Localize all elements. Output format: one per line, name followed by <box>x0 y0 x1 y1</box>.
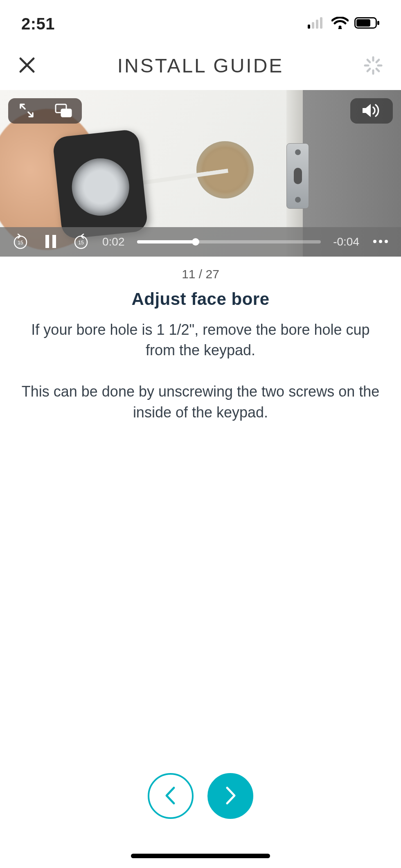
chevron-right-icon <box>222 785 239 807</box>
svg-rect-1 <box>312 22 314 29</box>
svg-rect-3 <box>320 17 322 29</box>
svg-line-12 <box>367 60 370 62</box>
video-player[interactable]: 15 15 0:02 -0:04 <box>0 90 401 257</box>
video-overlay-top <box>8 98 82 124</box>
pager <box>0 773 401 819</box>
next-step-button[interactable] <box>207 773 253 819</box>
status-bar: 2:51 <box>0 0 401 41</box>
more-icon <box>372 239 389 245</box>
svg-rect-0 <box>308 25 310 29</box>
svg-point-25 <box>379 240 382 243</box>
status-time: 2:51 <box>21 15 55 33</box>
forward-15-button[interactable]: 15 <box>72 233 90 251</box>
step-body: If your bore hole is 1 1/2", remove the … <box>15 320 386 423</box>
status-icons <box>308 17 380 31</box>
pip-icon <box>54 103 72 119</box>
svg-point-26 <box>385 240 388 243</box>
cellular-icon <box>308 17 326 30</box>
fullscreen-button[interactable] <box>8 98 45 124</box>
pause-button[interactable] <box>42 233 60 251</box>
more-button[interactable] <box>372 233 390 251</box>
scrubber-fill <box>137 240 196 243</box>
forward-15-icon: 15 <box>73 233 89 251</box>
remaining-time: -0:04 <box>333 235 359 248</box>
svg-rect-7 <box>377 21 379 25</box>
volume-icon <box>361 102 382 120</box>
rewind-15-icon: 15 <box>12 233 29 251</box>
svg-rect-17 <box>61 109 71 117</box>
scrubber[interactable] <box>137 240 321 243</box>
page-title: INSTALL GUIDE <box>117 54 284 77</box>
previous-step-button[interactable] <box>148 773 194 819</box>
step-title: Adjust face bore <box>15 289 386 309</box>
svg-line-14 <box>376 60 379 62</box>
rewind-15-button[interactable]: 15 <box>11 233 29 251</box>
pip-button[interactable] <box>45 98 82 124</box>
wifi-icon <box>331 17 349 31</box>
video-controls-bar: 15 15 0:02 -0:04 <box>0 227 401 257</box>
elapsed-time: 0:02 <box>102 235 125 248</box>
fullscreen-icon <box>18 102 35 120</box>
scrubber-thumb[interactable] <box>192 238 199 246</box>
svg-rect-20 <box>45 235 49 248</box>
close-button[interactable] <box>16 55 38 76</box>
chevron-left-icon <box>162 785 179 807</box>
video-display-controls <box>8 98 82 124</box>
svg-text:15: 15 <box>18 240 23 246</box>
home-indicator[interactable] <box>131 854 270 858</box>
svg-rect-6 <box>356 19 370 27</box>
step-content: 11 / 27 Adjust face bore If your bore ho… <box>0 257 401 423</box>
loading-spinner-icon <box>363 56 383 75</box>
battery-icon <box>354 17 380 30</box>
svg-line-15 <box>367 69 370 71</box>
step-counter: 11 / 27 <box>15 267 386 281</box>
volume-button[interactable] <box>350 98 393 124</box>
nav-bar: INSTALL GUIDE <box>0 41 401 90</box>
pause-icon <box>44 234 57 250</box>
svg-line-13 <box>376 69 379 71</box>
svg-point-24 <box>373 240 376 243</box>
close-icon <box>18 56 36 75</box>
svg-rect-2 <box>316 20 318 29</box>
svg-text:15: 15 <box>78 240 84 246</box>
svg-point-4 <box>339 26 342 29</box>
svg-rect-21 <box>52 235 56 248</box>
